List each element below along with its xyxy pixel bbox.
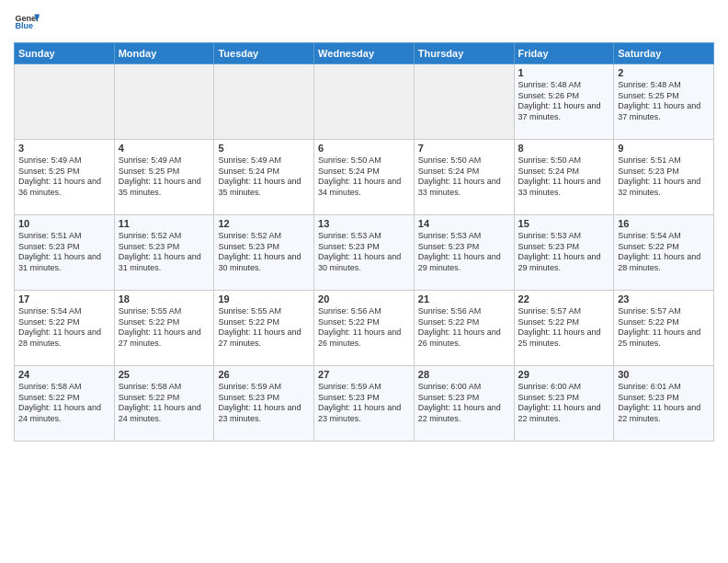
day-info: Daylight: 11 hours and 27 minutes. bbox=[119, 327, 210, 349]
day-info: Sunset: 5:22 PM bbox=[618, 242, 710, 253]
calendar-cell: 22Sunrise: 5:57 AMSunset: 5:22 PMDayligh… bbox=[514, 291, 614, 366]
day-info: Sunrise: 5:53 AM bbox=[518, 231, 610, 242]
day-info: Sunrise: 5:56 AM bbox=[318, 306, 410, 317]
day-info: Daylight: 11 hours and 25 minutes. bbox=[618, 327, 710, 349]
day-info: Daylight: 11 hours and 22 minutes. bbox=[518, 403, 610, 424]
day-info: Sunrise: 5:52 AM bbox=[218, 231, 310, 242]
day-info: Sunrise: 5:57 AM bbox=[618, 306, 710, 317]
day-info: Sunrise: 6:00 AM bbox=[518, 382, 610, 393]
day-info: Daylight: 11 hours and 30 minutes. bbox=[218, 252, 310, 273]
day-info: Sunset: 5:23 PM bbox=[418, 242, 510, 253]
day-info: Daylight: 11 hours and 24 minutes. bbox=[18, 403, 110, 424]
day-number: 19 bbox=[218, 293, 310, 304]
day-info: Sunrise: 5:59 AM bbox=[218, 382, 310, 393]
day-info: Sunset: 5:23 PM bbox=[318, 393, 410, 404]
day-number: 8 bbox=[518, 143, 610, 154]
calendar-cell: 14Sunrise: 5:53 AMSunset: 5:23 PMDayligh… bbox=[414, 215, 514, 291]
calendar-container: General Blue SundayMondayTuesdayWednesda… bbox=[0, 0, 728, 563]
day-info: Sunset: 5:23 PM bbox=[618, 167, 710, 178]
calendar-cell: 15Sunrise: 5:53 AMSunset: 5:23 PMDayligh… bbox=[514, 215, 614, 291]
day-info: Daylight: 11 hours and 33 minutes. bbox=[518, 177, 610, 198]
day-info: Sunset: 5:22 PM bbox=[18, 393, 110, 404]
day-number: 20 bbox=[318, 293, 410, 304]
calendar-cell: 23Sunrise: 5:57 AMSunset: 5:22 PMDayligh… bbox=[614, 291, 714, 366]
day-info: Daylight: 11 hours and 36 minutes. bbox=[18, 177, 110, 198]
day-info: Sunset: 5:23 PM bbox=[518, 242, 610, 253]
day-info: Sunset: 5:24 PM bbox=[218, 167, 310, 178]
calendar-header: SundayMondayTuesdayWednesdayThursdayFrid… bbox=[15, 43, 714, 64]
day-number: 22 bbox=[518, 293, 610, 304]
day-info: Daylight: 11 hours and 31 minutes. bbox=[18, 252, 110, 273]
calendar-cell: 3Sunrise: 5:49 AMSunset: 5:25 PMDaylight… bbox=[15, 140, 115, 215]
day-info: Daylight: 11 hours and 26 minutes. bbox=[318, 327, 410, 349]
calendar-cell: 24Sunrise: 5:58 AMSunset: 5:22 PMDayligh… bbox=[15, 366, 115, 442]
day-info: Sunset: 5:23 PM bbox=[618, 393, 710, 404]
day-info: Sunset: 5:23 PM bbox=[218, 242, 310, 253]
day-info: Sunrise: 5:59 AM bbox=[318, 382, 410, 393]
calendar-cell: 30Sunrise: 6:01 AMSunset: 5:23 PMDayligh… bbox=[614, 366, 714, 442]
header: General Blue bbox=[14, 9, 714, 35]
day-number: 1 bbox=[518, 67, 610, 78]
calendar-cell: 12Sunrise: 5:52 AMSunset: 5:23 PMDayligh… bbox=[214, 215, 314, 291]
day-info: Sunrise: 5:54 AM bbox=[18, 306, 110, 317]
day-info: Sunrise: 5:54 AM bbox=[618, 231, 710, 242]
calendar-cell: 29Sunrise: 6:00 AMSunset: 5:23 PMDayligh… bbox=[514, 366, 614, 442]
calendar-cell: 1Sunrise: 5:48 AMSunset: 5:26 PMDaylight… bbox=[514, 64, 614, 140]
day-number: 5 bbox=[218, 143, 310, 154]
day-info: Daylight: 11 hours and 30 minutes. bbox=[318, 252, 410, 273]
day-number: 3 bbox=[18, 143, 110, 154]
calendar-cell: 17Sunrise: 5:54 AMSunset: 5:22 PMDayligh… bbox=[15, 291, 115, 366]
day-info: Daylight: 11 hours and 28 minutes. bbox=[18, 327, 110, 349]
calendar-week-3: 17Sunrise: 5:54 AMSunset: 5:22 PMDayligh… bbox=[15, 291, 714, 366]
day-info: Sunrise: 6:01 AM bbox=[618, 382, 710, 393]
calendar-cell bbox=[15, 64, 115, 140]
calendar-cell: 28Sunrise: 6:00 AMSunset: 5:23 PMDayligh… bbox=[414, 366, 514, 442]
calendar-cell: 18Sunrise: 5:55 AMSunset: 5:22 PMDayligh… bbox=[114, 291, 214, 366]
day-info: Sunset: 5:22 PM bbox=[18, 317, 110, 328]
day-info: Daylight: 11 hours and 34 minutes. bbox=[318, 177, 410, 198]
day-info: Sunset: 5:24 PM bbox=[318, 167, 410, 178]
day-info: Sunset: 5:23 PM bbox=[418, 393, 510, 404]
weekday-header-thursday: Thursday bbox=[414, 43, 514, 64]
calendar-table: SundayMondayTuesdayWednesdayThursdayFrid… bbox=[14, 42, 714, 442]
day-info: Sunset: 5:23 PM bbox=[218, 393, 310, 404]
day-info: Sunset: 5:25 PM bbox=[618, 91, 710, 102]
calendar-cell: 13Sunrise: 5:53 AMSunset: 5:23 PMDayligh… bbox=[314, 215, 415, 291]
day-info: Sunrise: 5:56 AM bbox=[418, 306, 510, 317]
day-number: 12 bbox=[218, 218, 310, 229]
day-info: Daylight: 11 hours and 37 minutes. bbox=[518, 101, 610, 122]
day-info: Daylight: 11 hours and 22 minutes. bbox=[418, 403, 510, 424]
calendar-body: 1Sunrise: 5:48 AMSunset: 5:26 PMDaylight… bbox=[15, 64, 714, 442]
day-number: 18 bbox=[119, 293, 210, 304]
calendar-cell: 19Sunrise: 5:55 AMSunset: 5:22 PMDayligh… bbox=[214, 291, 314, 366]
day-number: 2 bbox=[618, 67, 710, 78]
calendar-cell: 16Sunrise: 5:54 AMSunset: 5:22 PMDayligh… bbox=[614, 215, 714, 291]
day-info: Sunset: 5:26 PM bbox=[518, 91, 610, 102]
calendar-cell: 5Sunrise: 5:49 AMSunset: 5:24 PMDaylight… bbox=[214, 140, 314, 215]
day-number: 23 bbox=[618, 293, 710, 304]
day-info: Sunrise: 5:55 AM bbox=[119, 306, 210, 317]
day-info: Sunset: 5:22 PM bbox=[318, 317, 410, 328]
day-info: Daylight: 11 hours and 33 minutes. bbox=[418, 177, 510, 198]
day-info: Sunrise: 5:50 AM bbox=[318, 155, 410, 167]
day-number: 4 bbox=[119, 143, 210, 154]
day-info: Sunset: 5:22 PM bbox=[218, 317, 310, 328]
day-number: 15 bbox=[518, 218, 610, 229]
day-number: 25 bbox=[119, 369, 210, 380]
day-info: Daylight: 11 hours and 28 minutes. bbox=[618, 252, 710, 273]
day-number: 6 bbox=[318, 143, 410, 154]
calendar-cell: 9Sunrise: 5:51 AMSunset: 5:23 PMDaylight… bbox=[614, 140, 714, 215]
calendar-week-0: 1Sunrise: 5:48 AMSunset: 5:26 PMDaylight… bbox=[15, 64, 714, 140]
day-number: 27 bbox=[318, 369, 410, 380]
calendar-cell: 4Sunrise: 5:49 AMSunset: 5:25 PMDaylight… bbox=[114, 140, 214, 215]
day-number: 7 bbox=[418, 143, 510, 154]
day-number: 9 bbox=[618, 143, 710, 154]
calendar-cell: 21Sunrise: 5:56 AMSunset: 5:22 PMDayligh… bbox=[414, 291, 514, 366]
calendar-cell: 2Sunrise: 5:48 AMSunset: 5:25 PMDaylight… bbox=[614, 64, 714, 140]
day-info: Sunrise: 5:55 AM bbox=[218, 306, 310, 317]
day-info: Sunset: 5:22 PM bbox=[119, 393, 210, 404]
day-info: Sunrise: 5:53 AM bbox=[418, 231, 510, 242]
weekday-header-monday: Monday bbox=[114, 43, 214, 64]
day-number: 30 bbox=[618, 369, 710, 380]
day-info: Daylight: 11 hours and 23 minutes. bbox=[318, 403, 410, 424]
